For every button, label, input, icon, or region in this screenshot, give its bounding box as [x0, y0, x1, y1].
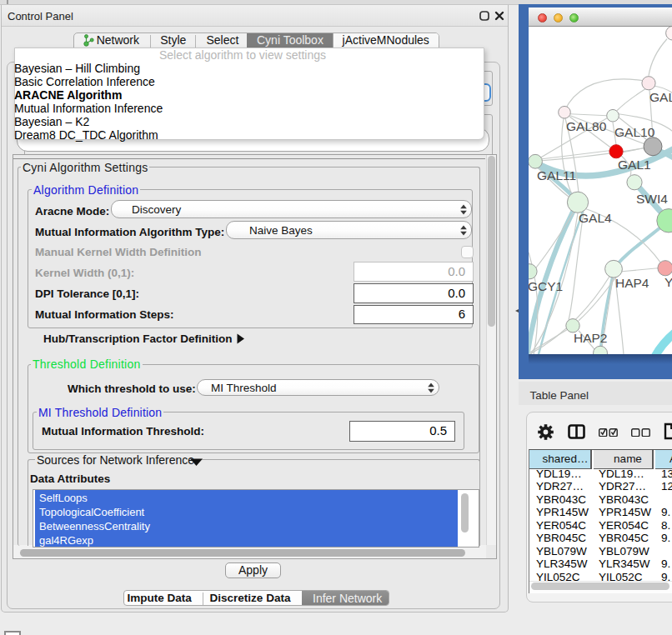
svg-text:GAL2: GAL2 — [649, 89, 672, 103]
svg-text:SWI4: SWI4 — [636, 191, 668, 205]
svg-text:GAL80: GAL80 — [566, 118, 607, 132]
svg-text:GAL1: GAL1 — [618, 157, 651, 171]
svg-text:YM: YM — [664, 274, 672, 288]
svg-text:GAL4: GAL4 — [579, 210, 612, 224]
svg-text:HAP4: HAP4 — [615, 275, 649, 289]
svg-text:GAL10: GAL10 — [614, 124, 655, 138]
svg-text:GAL11: GAL11 — [537, 168, 576, 182]
svg-text:GCY1: GCY1 — [529, 278, 563, 292]
svg-text:HAP2: HAP2 — [574, 330, 608, 344]
